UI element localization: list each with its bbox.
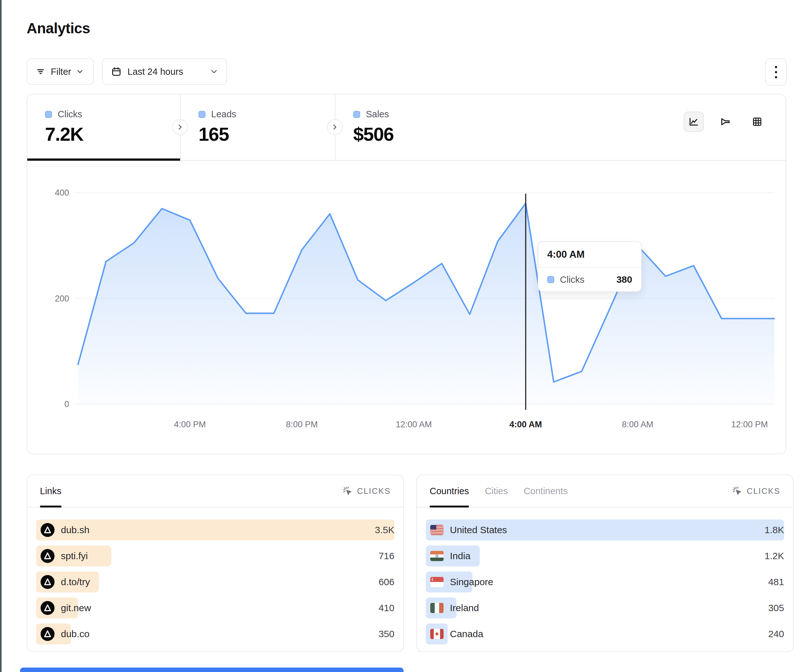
ie-flag-icon (430, 603, 444, 613)
countries-panel: CountriesCitiesContinents CLICKS United … (416, 474, 793, 652)
ca-flag-icon (430, 629, 444, 639)
item-label: India (450, 551, 471, 561)
date-range-button[interactable]: Last 24 hours (102, 58, 227, 85)
item-clicks-value: 350 (379, 629, 394, 640)
list-item[interactable]: dub.sh3.5K (36, 520, 394, 541)
list-item[interactable]: git.new410 (36, 597, 394, 618)
item-label: spti.fyi (61, 551, 88, 561)
clicks-area-chart[interactable]: 40020004:00 PM8:00 PM12:00 AM4:00 AM8:00… (27, 160, 786, 454)
item-clicks-value: 1.8K (764, 525, 784, 536)
stat-label: Leads (211, 109, 236, 119)
item-label: Canada (450, 629, 483, 640)
metric-selector-clicks[interactable]: CLICKS (343, 486, 391, 496)
dub-logo-icon (41, 627, 55, 641)
y-axis-tick: 0 (64, 399, 69, 409)
leads-legend-swatch (198, 111, 205, 118)
stats-tabs-row: Clicks 7.2K Leads 165 Sales $506 (27, 94, 786, 161)
chevron-right-icon (331, 124, 338, 131)
list-item[interactable]: Canada240 (426, 624, 784, 645)
list-item[interactable]: d.to/try606 (36, 571, 394, 592)
area-fill (78, 203, 774, 404)
cursor-click-icon (732, 486, 742, 496)
links-list: dub.sh3.5Kspti.fyi716d.to/try606git.new4… (27, 508, 403, 645)
list-item[interactable]: Ireland305 (426, 597, 784, 618)
item-label: d.to/try (61, 576, 90, 587)
dub-logo-icon (41, 549, 55, 563)
filter-icon (36, 67, 46, 77)
stat-tab-clicks[interactable]: Clicks 7.2K (27, 94, 180, 160)
analytics-page: Analytics Filter Last 24 hours Clicks (0, 0, 812, 672)
expand-leads-button[interactable] (172, 119, 188, 135)
tooltip-value: 380 (616, 274, 632, 285)
bottom-partial-banner[interactable] (20, 668, 404, 672)
item-clicks-value: 606 (379, 576, 394, 587)
x-axis-tick: 8:00 PM (286, 420, 318, 429)
item-label: Ireland (450, 602, 479, 613)
item-label: git.new (61, 602, 91, 613)
links-panel: Links CLICKS dub.sh3.5Kspti.fyi716d.to/t… (27, 474, 404, 652)
more-options-button[interactable] (765, 58, 786, 85)
item-clicks-value: 305 (768, 602, 784, 613)
in-flag-icon (430, 551, 444, 561)
tooltip-series-label: Clicks (560, 275, 584, 285)
tab-countries[interactable]: Countries (430, 475, 469, 507)
item-clicks-value: 716 (379, 551, 394, 561)
stat-value: 7.2K (45, 123, 180, 145)
line-chart-view-button[interactable] (684, 112, 704, 132)
stat-tab-leads[interactable]: Leads 165 (180, 94, 335, 160)
tooltip-time: 4:00 AM (538, 242, 641, 268)
item-clicks-value: 410 (379, 602, 394, 613)
item-label: United States (450, 525, 507, 536)
y-axis-tick: 400 (55, 188, 69, 198)
dub-logo-icon (41, 523, 55, 537)
expand-sales-button[interactable] (327, 119, 343, 135)
funnel-view-button[interactable] (715, 112, 735, 132)
item-clicks-value: 481 (768, 576, 784, 587)
clicks-legend-swatch (45, 111, 52, 118)
sales-legend-swatch (353, 111, 360, 118)
kebab-menu-icon (775, 66, 777, 78)
list-item[interactable]: India1.2K (426, 546, 784, 566)
tab-links[interactable]: Links (40, 475, 61, 507)
left-edge-strip (0, 0, 2, 672)
dub-logo-icon (41, 575, 55, 589)
list-item[interactable]: spti.fyi716 (36, 546, 394, 566)
metric-label: CLICKS (747, 486, 780, 496)
dub-logo-icon (41, 601, 55, 615)
filter-button[interactable]: Filter (27, 58, 94, 85)
chevron-down-icon (210, 68, 218, 76)
sg-flag-icon (430, 577, 444, 587)
chart-tooltip: 4:00 AM Clicks 380 (538, 241, 642, 292)
tab-cities[interactable]: Cities (485, 475, 508, 507)
page-title: Analytics (27, 20, 90, 37)
line-chart-icon (688, 116, 699, 128)
list-item[interactable]: dub.co350 (36, 624, 394, 645)
list-item[interactable]: United States1.8K (426, 520, 784, 541)
metric-selector-clicks[interactable]: CLICKS (732, 486, 780, 496)
chevron-down-icon (76, 68, 84, 75)
funnel-icon (720, 116, 731, 128)
tooltip-legend-swatch (547, 276, 554, 283)
countries-list: United States1.8KIndia1.2KSingapore481Ir… (417, 508, 793, 645)
list-item[interactable]: Singapore481 (426, 571, 784, 592)
y-axis-tick: 200 (55, 294, 69, 304)
item-label: Singapore (450, 576, 493, 587)
item-clicks-value: 1.2K (764, 551, 784, 561)
stat-label: Clicks (58, 109, 82, 119)
x-axis-tick: 4:00 AM (510, 420, 542, 429)
item-label: dub.sh (61, 525, 89, 536)
stat-value: 165 (198, 123, 335, 145)
item-clicks-value: 3.5K (375, 525, 394, 536)
tab-continents[interactable]: Continents (524, 475, 568, 507)
analytics-card: Clicks 7.2K Leads 165 Sales $506 (27, 94, 786, 454)
table-view-button[interactable] (747, 112, 767, 132)
metric-label: CLICKS (357, 486, 391, 496)
item-clicks-value: 240 (768, 629, 784, 640)
links-panel-header: Links CLICKS (27, 475, 403, 508)
item-label: dub.co (61, 629, 89, 640)
chart-canvas[interactable]: 40020004:00 PM8:00 PM12:00 AM4:00 AM8:00… (27, 160, 786, 454)
chart-type-switcher (684, 112, 767, 132)
table-grid-icon (751, 116, 763, 128)
x-axis-tick: 12:00 AM (396, 420, 432, 429)
filter-button-label: Filter (51, 67, 71, 77)
